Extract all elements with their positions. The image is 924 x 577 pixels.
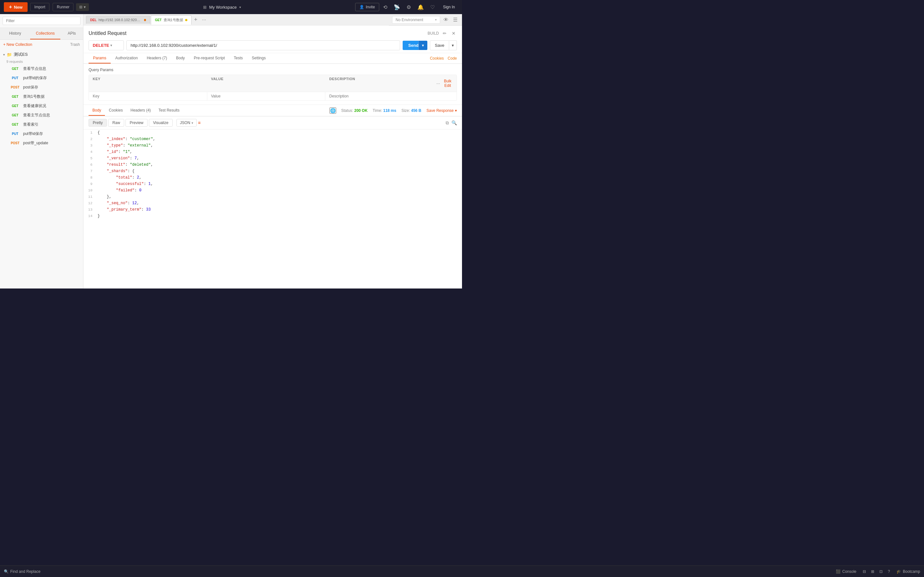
collection-count: 9 requests	[0, 60, 83, 64]
heart-icon[interactable]: ♡	[429, 3, 436, 11]
env-eye-button[interactable]: 👁	[442, 16, 450, 24]
body-tab[interactable]: Body	[89, 105, 105, 116]
add-tab-button[interactable]: +	[192, 16, 200, 23]
raw-button[interactable]: Raw	[108, 119, 124, 127]
build-label: BUILD	[428, 31, 439, 35]
chevron-down-icon: ▾	[192, 121, 193, 125]
list-item[interactable]: GET 查看节点信息	[0, 64, 83, 73]
new-collection-button[interactable]: + New Collection	[3, 42, 32, 47]
wrap-lines-icon[interactable]: ≡	[198, 120, 200, 125]
preview-button[interactable]: Preview	[126, 119, 148, 127]
method-badge: POST	[10, 141, 21, 145]
tabs-env-row: DEL http://192.168.0.102:9200/cust... GE…	[83, 14, 462, 26]
runner-button[interactable]: Runner	[53, 3, 73, 11]
search-input[interactable]	[3, 17, 81, 25]
save-response-label: Save Response	[426, 108, 454, 113]
headers-tab[interactable]: Headers (4)	[127, 105, 155, 116]
request-name: 查看节点信息	[23, 66, 46, 71]
globe-icon[interactable]: 🌐	[330, 107, 336, 114]
search-icon[interactable]: 🔍	[451, 120, 457, 126]
tab-get-request[interactable]: GET 查询1号数据	[151, 15, 192, 25]
list-item[interactable]: GET 查询1号数据	[0, 92, 83, 101]
settings-icon[interactable]: ⚙	[405, 3, 412, 11]
send-button[interactable]: Send	[403, 41, 419, 50]
tests-tab[interactable]: Tests	[229, 53, 247, 63]
save-dropdown-button[interactable]: ▾	[449, 40, 457, 50]
size-value: 456 B	[411, 108, 421, 113]
trash-button[interactable]: Trash	[70, 42, 80, 47]
tab-url: 查询1号数据	[164, 18, 183, 23]
pretty-button[interactable]: Pretty	[89, 119, 107, 127]
list-item[interactable]: GET 查看索引	[0, 120, 83, 129]
method-selector[interactable]: DELETE ▾	[89, 40, 124, 50]
send-dropdown-button[interactable]: ▾	[418, 41, 427, 50]
import-button[interactable]: Import	[30, 3, 49, 11]
visualize-button[interactable]: Visualize	[149, 119, 173, 127]
edit-icon[interactable]: ✏	[441, 29, 448, 37]
list-item[interactable]: GET 查看健康状况	[0, 101, 83, 111]
code-link[interactable]: Code	[447, 56, 457, 61]
satellite-icon[interactable]: 📡	[393, 3, 401, 11]
environment-selector[interactable]: No Environment ▾	[392, 16, 440, 24]
more-tabs-button[interactable]: ···	[200, 17, 208, 23]
sync-icon[interactable]: ⟲	[382, 3, 389, 11]
sidebar-actions: + New Collection Trash	[0, 40, 83, 49]
pre-request-script-tab[interactable]: Pre-request Script	[189, 53, 229, 63]
list-item[interactable]: PUT put带id的保存	[0, 73, 83, 83]
method-label: DELETE	[93, 43, 109, 48]
headers-tab[interactable]: Headers (7)	[142, 53, 171, 63]
code-line: 10 "failed": 0	[83, 187, 462, 193]
params-tab[interactable]: Params	[89, 53, 111, 63]
list-item[interactable]: POST post带_update	[0, 139, 83, 148]
key-input[interactable]	[89, 92, 207, 100]
tab-apis[interactable]: APIs	[60, 28, 83, 39]
list-item[interactable]: GET 查看主节点信息	[0, 111, 83, 120]
method-badge: GET	[10, 123, 21, 126]
workspace-selector[interactable]: ⊞ My Workspace ▾	[203, 5, 241, 10]
request-subtabs: Params Authorization Headers (7) Body Pr…	[83, 53, 462, 64]
body-tab[interactable]: Body	[172, 53, 189, 63]
chevron-down-icon: ▾	[239, 5, 241, 9]
url-input[interactable]	[126, 40, 400, 50]
method-badge: GET	[10, 104, 21, 108]
tab-collections[interactable]: Collections	[30, 28, 60, 39]
cookies-tab[interactable]: Cookies	[105, 105, 126, 116]
collection-name: 测试ES	[14, 52, 27, 57]
close-icon[interactable]: ✕	[451, 29, 457, 37]
tab-history[interactable]: History	[0, 28, 30, 39]
copy-icon[interactable]: ⧉	[446, 120, 449, 126]
sign-in-button[interactable]: Sign In	[440, 3, 458, 11]
test-results-tab[interactable]: Test Results	[155, 105, 183, 116]
tab-del-request[interactable]: DEL http://192.168.0.102:9200/cust...	[86, 16, 150, 24]
cookies-link[interactable]: Cookies	[430, 56, 444, 61]
invite-button[interactable]: 👤 Invite	[355, 3, 379, 11]
code-line: 5 "_version": 7,	[83, 155, 462, 161]
collection-header[interactable]: ▾ 📁 测试ES	[0, 49, 83, 60]
list-item[interactable]: POST post保存	[0, 83, 83, 92]
request-name: 查询1号数据	[23, 94, 45, 99]
authorization-tab[interactable]: Authorization	[111, 53, 142, 63]
save-button[interactable]: Save	[430, 40, 449, 50]
code-line: 9 "successful": 1,	[83, 181, 462, 187]
env-settings-button[interactable]: ☰	[452, 15, 459, 24]
settings-tab[interactable]: Settings	[247, 53, 270, 63]
window-controls[interactable]: ⊞ ▾	[76, 3, 89, 11]
tab-status-dot	[185, 19, 187, 21]
json-format-selector[interactable]: JSON ▾	[176, 119, 197, 127]
code-line: 3 "_type": "external",	[83, 142, 462, 149]
chevron-down-icon: ▾	[110, 44, 112, 47]
new-button[interactable]: + New	[4, 2, 27, 12]
key-header: KEY	[89, 75, 207, 92]
params-more-button[interactable]: ···	[435, 79, 441, 87]
plus-icon: +	[9, 4, 12, 10]
list-item[interactable]: PUT put带id保存	[0, 129, 83, 139]
description-input[interactable]	[325, 92, 444, 100]
value-input[interactable]	[207, 92, 326, 100]
build-button[interactable]: BUILD	[428, 31, 439, 35]
bell-icon[interactable]: 🔔	[416, 3, 425, 11]
method-badge: PUT	[10, 76, 21, 80]
chevron-down-icon: ▾	[435, 18, 437, 21]
save-response-button[interactable]: Save Response ▾	[426, 108, 457, 113]
method-badge: GET	[10, 95, 21, 98]
bulk-edit-button[interactable]: Bulk Edit	[441, 77, 454, 90]
